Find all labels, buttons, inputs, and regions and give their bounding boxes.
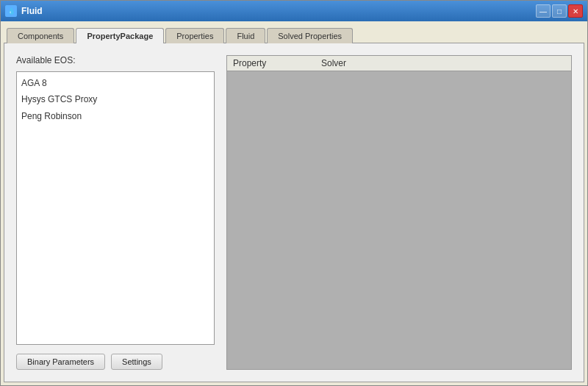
eos-label: Available EOS:: [16, 55, 215, 65]
tab-components[interactable]: Components: [7, 28, 74, 43]
title-controls: — □ ✕: [536, 4, 583, 18]
property-table: Property Solver: [226, 55, 572, 370]
left-panel: Available EOS: AGA 8 Hysys GTCS Proxy Pe…: [16, 55, 215, 370]
main-window: 💧 Fluid — □ ✕ Components PropertyPackage…: [0, 0, 588, 386]
main-area: Available EOS: AGA 8 Hysys GTCS Proxy Pe…: [16, 55, 572, 370]
window-title: Fluid: [21, 6, 43, 16]
right-panel: Property Solver: [226, 55, 572, 370]
settings-button[interactable]: Settings: [111, 354, 162, 370]
column-property-header: Property: [233, 58, 321, 68]
tab-content-property-package: Available EOS: AGA 8 Hysys GTCS Proxy Pe…: [4, 43, 584, 382]
binary-parameters-button[interactable]: Binary Parameters: [16, 354, 105, 370]
minimize-button[interactable]: —: [536, 4, 551, 18]
tab-solved-properties[interactable]: Solved Properties: [267, 28, 353, 43]
table-body: [227, 71, 571, 369]
tab-properties[interactable]: Properties: [165, 28, 224, 43]
maximize-button[interactable]: □: [552, 4, 567, 18]
close-button[interactable]: ✕: [568, 4, 583, 18]
tab-bar: Components PropertyPackage Properties Fl…: [4, 24, 584, 43]
eos-item-peng-robinson[interactable]: Peng Robinson: [20, 108, 211, 124]
window-icon: 💧: [5, 5, 17, 17]
title-bar: 💧 Fluid — □ ✕: [1, 1, 587, 21]
window-content: Components PropertyPackage Properties Fl…: [1, 21, 587, 385]
tab-fluid[interactable]: Fluid: [226, 28, 265, 43]
column-solver-header: Solver: [321, 58, 346, 68]
eos-list[interactable]: AGA 8 Hysys GTCS Proxy Peng Robinson: [16, 71, 215, 345]
title-bar-left: 💧 Fluid: [5, 5, 43, 17]
table-header: Property Solver: [227, 56, 571, 71]
button-row: Binary Parameters Settings: [16, 354, 215, 370]
eos-item-aga8[interactable]: AGA 8: [20, 75, 211, 91]
tab-property-package[interactable]: PropertyPackage: [76, 28, 164, 43]
eos-item-hysys[interactable]: Hysys GTCS Proxy: [20, 91, 211, 107]
